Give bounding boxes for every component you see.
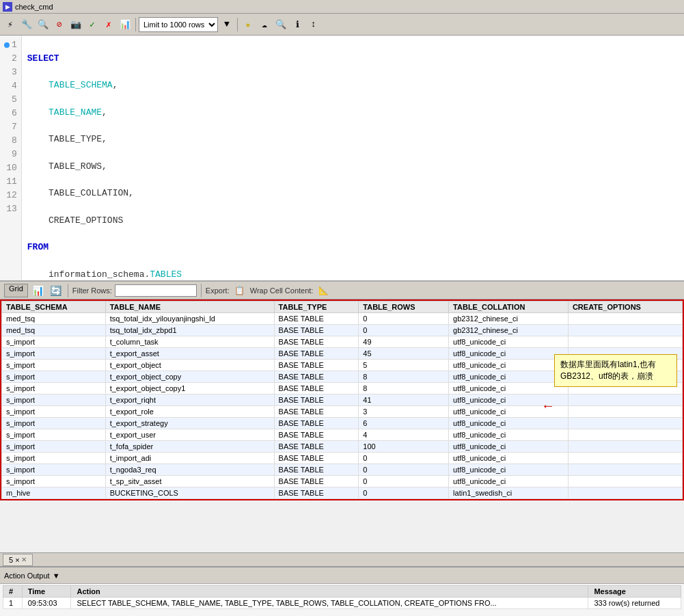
table-row[interactable]: s_import t_export_riqht BASE TABLE 41 ut… <box>2 394 683 406</box>
cell-type: BASE TABLE <box>274 441 359 453</box>
results-table-container[interactable]: TABLE_SCHEMA TABLE_NAME TABLE_TYPE TABLE… <box>0 299 684 500</box>
col-header-schema: TABLE_SCHEMA <box>2 302 106 313</box>
cell-options <box>568 394 682 406</box>
toolbar-btn-dropdown[interactable]: ▼ <box>219 17 234 32</box>
cell-rows: 8 <box>359 383 449 394</box>
sql-editor: 1 2 3 4 5 6 7 8 9 10 11 12 13 SELECT TAB… <box>0 36 684 282</box>
action-table-body: 1 09:53:03 SELECT TABLE_SCHEMA, TABLE_NA… <box>3 598 681 609</box>
toolbar-btn-updown[interactable]: ↕ <box>306 17 321 32</box>
action-table-header: # Time Action Message <box>3 586 681 598</box>
results-sep-2 <box>201 284 202 297</box>
results-chart-icon[interactable]: 📊 <box>31 283 46 298</box>
line-13-num: 13 <box>4 202 17 216</box>
action-table: # Time Action Message 1 09:53:03 SELECT … <box>3 585 681 609</box>
cell-collation: utf8_unicode_ci <box>449 360 569 371</box>
cell-schema: s_import <box>2 394 106 406</box>
cell-rows: 0 <box>359 464 449 476</box>
table-header: TABLE_SCHEMA TABLE_NAME TABLE_TYPE TABLE… <box>2 302 683 313</box>
callout-text: 数据库里面既有latin1,也有GB2312、utf8的表，崩溃 <box>560 360 656 381</box>
window-title: check_cmd <box>15 3 53 11</box>
cell-collation: utf8_unicode_ci <box>449 336 569 348</box>
breakpoint-dot[interactable] <box>4 42 10 48</box>
col-header-options: CREATE_OPTIONS <box>568 302 682 313</box>
cell-collation: gb2312_chinese_ci <box>449 325 569 336</box>
cell-collation: utf8_unicode_ci <box>449 464 569 476</box>
results-toolbar: Grid 📊 🔄 Filter Rows: Export: 📋 Wrap Cel… <box>0 282 684 299</box>
table-row[interactable]: s_import t_export_user BASE TABLE 4 utf8… <box>2 429 683 441</box>
cell-options <box>568 325 682 336</box>
cell-name: BUCKETING_COLS <box>105 487 274 499</box>
cell-name: t_sp_sitv_asset <box>105 476 274 487</box>
sql-line-9: information_schema.TABLES <box>27 268 679 281</box>
toolbar-btn-x[interactable]: ✗ <box>101 17 116 32</box>
cell-schema: s_import <box>2 453 106 464</box>
table-row[interactable]: s_import t_export_role BASE TABLE 3 utf8… <box>2 406 683 418</box>
table-row[interactable]: s_import t_ngoda3_req BASE TABLE 0 utf8_… <box>2 464 683 476</box>
toolbar-btn-chart[interactable]: 📊 <box>118 17 133 32</box>
status-tab-1[interactable]: 5 × ✕ <box>3 554 33 566</box>
cell-collation: utf8_unicode_ci <box>449 371 569 383</box>
cell-name: t_column_task <box>105 336 274 348</box>
col-header-rows: TABLE_ROWS <box>359 302 449 313</box>
filter-input[interactable] <box>115 284 197 297</box>
cell-rows: 0 <box>359 313 449 325</box>
cell-rows: 5 <box>359 360 449 371</box>
table-row[interactable]: m_hive BUCKETING_COLS BASE TABLE 0 latin… <box>2 487 683 499</box>
action-output-content: # Time Action Message 1 09:53:03 SELECT … <box>0 584 684 616</box>
cell-type: BASE TABLE <box>274 336 359 348</box>
results-refresh-icon[interactable]: 🔄 <box>49 283 64 298</box>
action-output-dropdown-icon[interactable]: ▼ <box>53 572 60 580</box>
sql-line-7: CREATE_OPTIONS <box>27 214 679 228</box>
cell-schema: med_tsq <box>2 325 106 336</box>
action-output-label: Action Output <box>4 572 50 580</box>
cell-name: t_export_strategy <box>105 418 274 429</box>
main-toolbar: ⚡ 🔧 🔍 ⊘ 📷 ✓ ✗ 📊 Limit to 1000 rowsDon't … <box>0 14 684 36</box>
cell-type: BASE TABLE <box>274 348 359 360</box>
col-header-collation: TABLE_COLLATION <box>449 302 569 313</box>
table-row[interactable]: s_import t_fofa_spider BASE TABLE 100 ut… <box>2 441 683 453</box>
line-9-num: 9 <box>4 148 17 161</box>
sql-content-area[interactable]: SELECT TABLE_SCHEMA, TABLE_NAME, TABLE_T… <box>22 36 684 280</box>
cell-name: t_export_object_copy1 <box>105 383 274 394</box>
cell-type: BASE TABLE <box>274 487 359 499</box>
table-row[interactable]: s_import t_export_strategy BASE TABLE 6 … <box>2 418 683 429</box>
main-content: 1 2 3 4 5 6 7 8 9 10 11 12 13 SELECT TAB… <box>0 36 684 616</box>
table-row[interactable]: s_import t_import_adi BASE TABLE 0 utf8_… <box>2 453 683 464</box>
toolbar-btn-wrench[interactable]: 🔧 <box>19 17 34 32</box>
toolbar-btn-info[interactable]: ℹ <box>290 17 305 32</box>
toolbar-btn-lightning[interactable]: ⚡ <box>3 17 18 32</box>
toolbar-btn-star[interactable]: ★ <box>241 17 256 32</box>
cell-rows: 8 <box>359 371 449 383</box>
toolbar-btn-check[interactable]: ✓ <box>85 17 100 32</box>
action-cell-time: 09:53:03 <box>22 598 71 609</box>
toolbar-btn-camera[interactable]: 📷 <box>68 17 83 32</box>
cell-collation: utf8_unicode_ci <box>449 453 569 464</box>
cell-rows: 45 <box>359 348 449 360</box>
close-tab-icon[interactable]: ✕ <box>21 556 27 563</box>
cell-rows: 41 <box>359 394 449 406</box>
line-8-num: 8 <box>4 134 17 148</box>
table-row[interactable]: s_import t_sp_sitv_asset BASE TABLE 0 ut… <box>2 476 683 487</box>
cell-name: t_fofa_spider <box>105 441 274 453</box>
toolbar-btn-search[interactable]: 🔍 <box>36 17 51 32</box>
sql-line-2: TABLE_SCHEMA, <box>27 79 679 92</box>
toolbar-btn-cloud[interactable]: ☁ <box>257 17 272 32</box>
cell-options <box>568 487 682 499</box>
cell-rows: 3 <box>359 406 449 418</box>
table-row[interactable]: med_tsq tsq_total_idx_yilouyanjingshi_ld… <box>2 313 683 325</box>
sql-line-4: TABLE_TYPE, <box>27 133 679 146</box>
wrap-icon[interactable]: 📐 <box>316 283 331 298</box>
limit-select[interactable]: Limit to 1000 rowsDon't LimitLimit to 10… <box>139 17 218 32</box>
toolbar-btn-magnify[interactable]: 🔍 <box>273 17 288 32</box>
table-row[interactable]: s_import t_column_task BASE TABLE 49 utf… <box>2 336 683 348</box>
cell-schema: m_hive <box>2 487 106 499</box>
grid-button[interactable]: Grid <box>4 284 28 297</box>
line-6-num: 6 <box>4 107 17 120</box>
cell-type: BASE TABLE <box>274 325 359 336</box>
table-row[interactable]: med_tsq tsq_total_idx_zbpd1 BASE TABLE 0… <box>2 325 683 336</box>
export-icon[interactable]: 📋 <box>232 283 247 298</box>
app-icon: ▶ <box>3 2 12 12</box>
toolbar-btn-stop[interactable]: ⊘ <box>52 17 67 32</box>
action-col-num: # <box>3 586 23 598</box>
line-3-num: 3 <box>4 66 17 79</box>
